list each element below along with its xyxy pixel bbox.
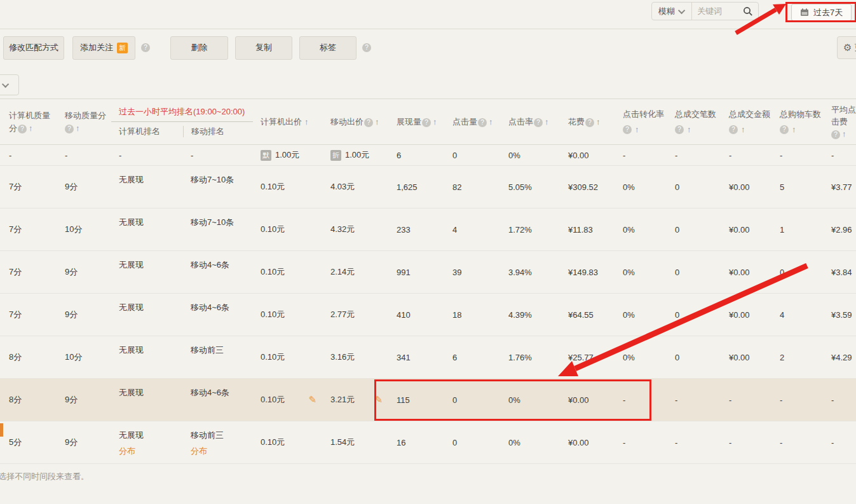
- delete-button[interactable]: 删除: [170, 36, 228, 60]
- clipped-orange-tag: [0, 423, 3, 437]
- sort-asc-icon[interactable]: ↑: [792, 123, 796, 136]
- cell-value: 0: [452, 395, 457, 405]
- cell-value: 0: [780, 268, 784, 277]
- column-header-pc-bid[interactable]: 计算机出价↑: [253, 116, 323, 128]
- column-header-ctr[interactable]: 点击率?↑: [501, 116, 560, 128]
- cell-value: 0%: [508, 395, 520, 405]
- help-icon[interactable]: ?: [623, 125, 632, 134]
- column-header-mobile-bid[interactable]: 移动出价?↑: [323, 116, 389, 128]
- column-header-clicks[interactable]: 点击量?↑: [445, 116, 501, 128]
- sort-asc-icon[interactable]: ↑: [545, 117, 549, 126]
- column-label: 点击率: [508, 117, 533, 126]
- cell-value: ¥0.00: [568, 151, 589, 160]
- cell-value: 7分: [9, 224, 22, 235]
- cell-value: 8分: [9, 394, 22, 405]
- help-icon[interactable]: ?: [729, 125, 738, 134]
- distribution-link[interactable]: 分布: [119, 446, 135, 457]
- copy-button[interactable]: 复制: [235, 36, 292, 60]
- match-mode-dropdown[interactable]: 模糊: [652, 3, 692, 20]
- cell-value: 0%: [623, 268, 635, 277]
- column-header-revenue[interactable]: 总成交金额 ?↑: [721, 108, 772, 136]
- table-row[interactable]: 7分10分无展现移动7~10条0.10元4.32元23341.72%¥11.83…: [0, 208, 856, 251]
- sort-asc-icon[interactable]: ↑: [842, 129, 846, 139]
- cell-value: 82: [452, 182, 461, 192]
- modify-match-button[interactable]: 修改匹配方式: [3, 36, 64, 60]
- table-row[interactable]: ----默1.00元折1.00元600%¥0.00-----: [0, 145, 856, 166]
- cell-value: ¥0.00: [729, 353, 750, 362]
- column-header-mobile-quality[interactable]: 移动质量分?↑: [57, 109, 111, 135]
- help-icon[interactable]: ?: [18, 125, 27, 133]
- table-header: 计算机质量分?↑ 移动质量分?↑ 过去一小时平均排名(19:00~20:00) …: [0, 99, 856, 145]
- column-header-impressions[interactable]: 展现量?↑: [389, 116, 445, 128]
- table-row[interactable]: 8分10分无展现移动前三0.10元3.16元34161.76%¥25.770%0…: [0, 336, 856, 379]
- cell-cost: ¥11.83: [560, 225, 615, 235]
- cell-value: 10分: [65, 224, 82, 235]
- sort-asc-icon[interactable]: ↑: [433, 117, 437, 126]
- column-header-pc-quality[interactable]: 计算机质量分?↑: [0, 109, 57, 135]
- column-header-pc-rank[interactable]: 计算机排名: [111, 126, 183, 137]
- help-icon[interactable]: ?: [780, 125, 789, 134]
- column-header-avg-cpc[interactable]: 平均点击费?↑: [824, 104, 856, 140]
- cell-cost: ¥0.00: [560, 438, 615, 447]
- sort-asc-icon[interactable]: ↑: [375, 117, 379, 126]
- help-icon[interactable]: ?: [364, 118, 373, 127]
- cell-value: 115: [397, 395, 410, 405]
- help-icon[interactable]: ?: [478, 118, 487, 127]
- keyword-search-input[interactable]: [697, 6, 743, 16]
- cell-orders: 0: [667, 182, 721, 192]
- sort-asc-icon[interactable]: ↑: [76, 123, 80, 133]
- cell-pc-rank: 无展现: [111, 336, 183, 378]
- cell-value: 2.14元: [330, 266, 355, 278]
- sort-asc-icon[interactable]: ↑: [687, 123, 691, 136]
- help-icon[interactable]: ?: [534, 118, 543, 127]
- cell-ctr: 4.39%: [501, 310, 560, 320]
- gear-icon: ⚙: [843, 42, 852, 53]
- column-header-carts[interactable]: 总购物车数 ?↑: [772, 108, 824, 136]
- sort-asc-icon[interactable]: ↑: [635, 123, 639, 136]
- column-header-cost[interactable]: 花费?↑: [560, 116, 615, 128]
- edit-pencil-icon[interactable]: ✎: [308, 394, 316, 405]
- cell-avg-cpc: ¥3.77: [824, 182, 856, 192]
- help-icon[interactable]: ?: [65, 125, 74, 133]
- table-row[interactable]: 7分9分无展现移动7~10条0.10元4.03元1,625825.05%¥309…: [0, 166, 856, 208]
- sort-asc-icon[interactable]: ↑: [29, 123, 33, 133]
- sort-asc-icon[interactable]: ↑: [596, 117, 601, 126]
- column-label: 计算机出价: [261, 117, 302, 126]
- help-icon[interactable]: ?: [675, 125, 684, 134]
- search-icon[interactable]: [743, 6, 753, 17]
- sort-asc-icon[interactable]: ↑: [741, 123, 745, 136]
- date-range-button[interactable]: 过去7天: [791, 4, 852, 21]
- column-header-orders[interactable]: 总成交笔数 ?↑: [667, 108, 721, 136]
- table-row[interactable]: 7分9分无展现移动4~6条0.10元2.77元410184.39%¥64.550…: [0, 294, 856, 336]
- cell-value: 4.32元: [330, 224, 355, 235]
- cell-pc-quality: 8分: [0, 351, 57, 363]
- cell-mobile-quality: 9分: [57, 437, 111, 448]
- edit-pencil-icon[interactable]: ✎: [374, 394, 383, 405]
- sort-asc-icon[interactable]: ↑: [489, 117, 493, 126]
- cell-cost: ¥0.00: [560, 151, 615, 160]
- help-icon[interactable]: ?: [141, 43, 150, 52]
- help-icon[interactable]: ?: [422, 118, 431, 127]
- sort-asc-icon[interactable]: ↑: [304, 117, 309, 126]
- cell-value: ¥0.00: [729, 268, 750, 277]
- help-icon[interactable]: ?: [362, 43, 371, 52]
- cell-value: 10分: [65, 351, 82, 363]
- tag-button[interactable]: 标签: [299, 36, 357, 60]
- help-icon[interactable]: ?: [585, 118, 594, 127]
- table-row[interactable]: 7分9分无展现移动4~6条0.10元2.14元991393.94%¥149.83…: [0, 251, 856, 294]
- cell-ctr: 1.76%: [501, 353, 560, 362]
- help-icon[interactable]: ?: [831, 130, 840, 139]
- distribution-link[interactable]: 分布: [191, 446, 207, 457]
- add-watch-button[interactable]: 添加关注 新: [72, 36, 135, 60]
- collapse-toggle-button[interactable]: [0, 74, 19, 95]
- cell-impressions: 233: [389, 225, 445, 235]
- more-settings-button[interactable]: ⚙ 更: [837, 36, 856, 59]
- column-header-mobile-rank[interactable]: 移动排名: [183, 126, 253, 137]
- cell-value: -: [831, 438, 834, 447]
- cell-value: 0%: [508, 151, 520, 160]
- cell-value: -: [675, 438, 677, 447]
- column-header-cvr[interactable]: 点击转化率 ?↑: [615, 108, 667, 136]
- table-row[interactable]: 8分9分无展现移动4~6条0.10元✎3.21元✎11500%¥0.00----…: [0, 379, 856, 421]
- cell-value: 0.10元: [261, 351, 285, 363]
- table-row[interactable]: 5分9分无展现分布移动前三分布0.10元1.54元1600%¥0.00-----: [0, 421, 856, 464]
